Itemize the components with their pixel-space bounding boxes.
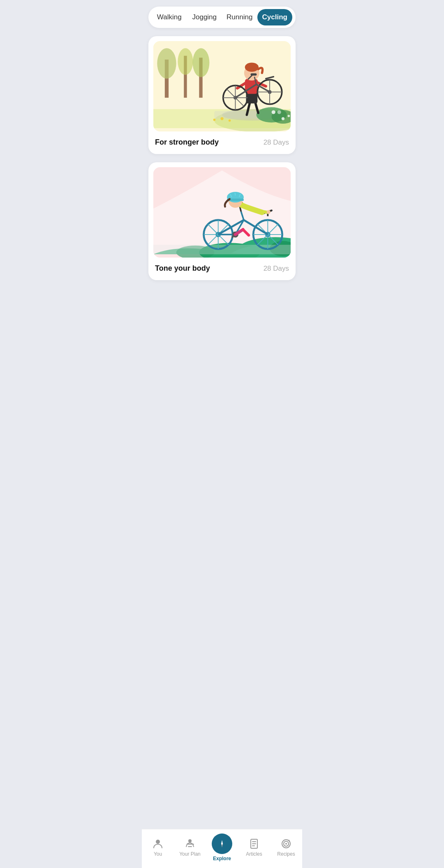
svg-point-42 [278, 110, 281, 114]
svg-point-75 [267, 210, 271, 214]
card-image-tone [153, 167, 291, 258]
svg-point-14 [229, 120, 231, 122]
tab-jogging[interactable]: Jogging [187, 9, 222, 25]
tab-cycling[interactable]: Cycling [257, 9, 293, 25]
tab-running[interactable]: Running [222, 9, 257, 25]
card-stronger-body[interactable]: For stronger body 28 Days [148, 36, 296, 154]
card-days-stronger: 28 Days [264, 138, 289, 147]
svg-point-17 [288, 115, 290, 117]
svg-point-25 [245, 62, 259, 71]
card-image-stronger [153, 41, 291, 131]
svg-line-74 [257, 210, 268, 212]
card-title-tone: Tone your body [155, 264, 210, 273]
card-tone-body[interactable]: Tone your body 28 Days [148, 162, 296, 280]
activity-tab-bar: Walking Jogging Running Cycling [148, 7, 296, 28]
card-info-tone: Tone your body 28 Days [148, 258, 296, 280]
svg-line-80 [235, 193, 236, 196]
svg-point-16 [282, 117, 284, 120]
tab-walking[interactable]: Walking [152, 9, 187, 25]
page-container: Walking Jogging Running Cycling [142, 0, 302, 325]
svg-point-41 [272, 110, 275, 114]
svg-point-10 [193, 48, 210, 77]
card-days-tone: 28 Days [264, 265, 289, 273]
svg-point-15 [213, 119, 216, 121]
svg-point-13 [220, 117, 223, 120]
svg-point-6 [157, 48, 176, 78]
card-title-stronger: For stronger body [155, 138, 219, 147]
svg-point-8 [178, 48, 193, 75]
card-info-stronger: For stronger body 28 Days [148, 131, 296, 154]
svg-rect-40 [251, 73, 257, 76]
